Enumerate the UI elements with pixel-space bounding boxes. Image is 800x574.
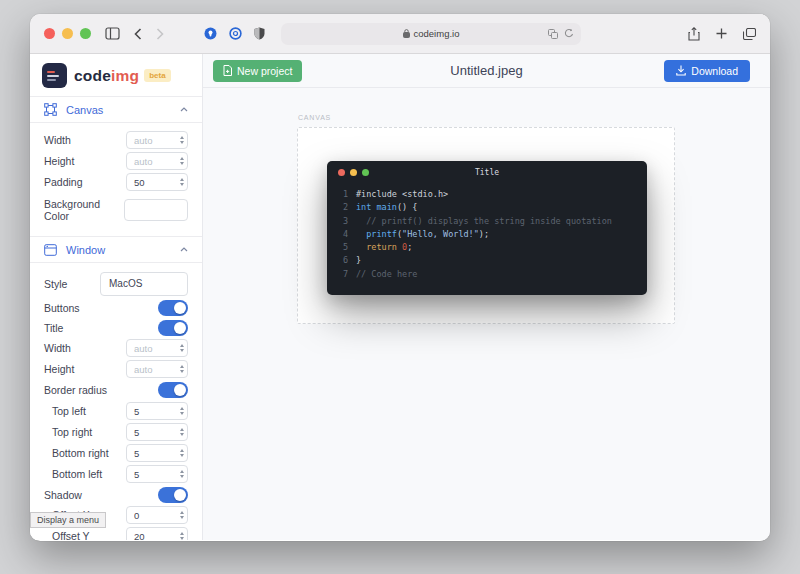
window-width-label: Width <box>44 342 71 354</box>
top-right-input[interactable] <box>126 423 188 441</box>
canvas-padding-row: Padding <box>44 172 188 192</box>
code-window-preview[interactable]: Title 1#include <stdio.h>2int main() {3 … <box>327 161 647 295</box>
top-left-input[interactable] <box>126 402 188 420</box>
canvas-section-body: Width Height Padding <box>30 123 202 236</box>
canvas-width-row: Width <box>44 130 188 150</box>
logo: codeimg beta <box>30 54 202 96</box>
canvas-icon <box>44 103 57 116</box>
canvas-preview-area[interactable]: Title 1#include <stdio.h>2int main() {3 … <box>297 127 675 324</box>
browser-window: codeimg.io <box>30 14 770 541</box>
top-right-label: Top right <box>44 426 92 438</box>
address-bar[interactable]: codeimg.io <box>281 23 581 45</box>
shadow-label: Shadow <box>44 489 82 501</box>
reload-icon[interactable] <box>564 28 574 39</box>
back-icon[interactable] <box>134 28 142 40</box>
sidebar-toggle-icon[interactable] <box>105 27 120 40</box>
translate-icon[interactable] <box>548 29 558 39</box>
shadow-toggle[interactable] <box>158 487 188 503</box>
traffic-lights <box>44 28 91 39</box>
top-right-field <box>126 423 188 441</box>
tab-overview-icon[interactable] <box>743 28 756 40</box>
canvas-background-input[interactable] <box>124 199 188 221</box>
canvas-height-input[interactable] <box>126 152 188 170</box>
canvas-padding-stepper[interactable] <box>180 173 184 191</box>
offset-y-stepper[interactable] <box>180 527 184 540</box>
window-buttons-label: Buttons <box>44 302 80 314</box>
bottom-right-stepper[interactable] <box>180 444 184 462</box>
window-height-input[interactable] <box>126 360 188 378</box>
new-project-button[interactable]: New project <box>213 60 302 82</box>
code-line: 1#include <stdio.h> <box>337 188 635 201</box>
bottom-right-field <box>126 444 188 462</box>
code-lines[interactable]: 1#include <stdio.h>2int main() {3 // pri… <box>327 183 647 281</box>
canvas-width-stepper[interactable] <box>180 131 184 149</box>
window-title-row: Title <box>44 318 188 337</box>
bottom-right-label: Bottom right <box>44 447 109 459</box>
offset-y-row: Offset Y <box>44 526 188 540</box>
bottom-left-stepper[interactable] <box>180 465 184 483</box>
top-right-stepper[interactable] <box>180 423 184 441</box>
canvas-height-stepper[interactable] <box>180 152 184 170</box>
minimize-button[interactable] <box>62 28 73 39</box>
forward-icon[interactable] <box>156 28 164 40</box>
border-radius-toggle[interactable] <box>158 382 188 398</box>
app-header: New project Untitled.jpeg Download <box>203 54 770 88</box>
extension-icon-1[interactable] <box>204 27 217 40</box>
canvas-area-label: CANVAS <box>298 114 331 121</box>
window-style-select[interactable]: MacOS <box>100 272 188 296</box>
bottom-left-label: Bottom left <box>44 468 102 480</box>
title-toggle[interactable] <box>158 320 188 336</box>
bottom-right-row: Bottom right <box>44 443 188 463</box>
extension-icon-3[interactable] <box>254 27 265 40</box>
canvas-background-row: Background Color <box>44 193 188 227</box>
border-radius-row: Border radius <box>44 380 188 400</box>
window-section-header[interactable]: Window <box>30 236 202 263</box>
window-style-field: MacOS <box>100 272 188 296</box>
code-window-title[interactable]: Title <box>327 168 647 177</box>
offset-x-stepper[interactable] <box>180 506 184 524</box>
bottom-left-input[interactable] <box>126 465 188 483</box>
window-height-field <box>126 360 188 378</box>
zoom-button[interactable] <box>80 28 91 39</box>
settings-sidebar: codeimg beta Canvas Width <box>30 54 203 540</box>
offset-x-field <box>126 506 188 524</box>
window-style-row: Style MacOS <box>44 270 188 297</box>
offset-y-input[interactable] <box>126 527 188 540</box>
bottom-left-field <box>126 465 188 483</box>
border-radius-label: Border radius <box>44 384 107 396</box>
canvas-height-label: Height <box>44 155 74 167</box>
toolbar-right-controls <box>688 27 756 41</box>
window-height-row: Height <box>44 359 188 379</box>
close-button[interactable] <box>44 28 55 39</box>
new-tab-icon[interactable] <box>716 28 727 39</box>
canvas-width-input[interactable] <box>126 131 188 149</box>
top-left-stepper[interactable] <box>180 402 184 420</box>
download-button[interactable]: Download <box>664 60 750 82</box>
canvas-section-header[interactable]: Canvas <box>30 96 202 123</box>
window-width-input[interactable] <box>126 339 188 357</box>
canvas-width-label: Width <box>44 134 71 146</box>
download-icon <box>676 65 686 76</box>
code-window-titlebar: Title <box>327 161 647 183</box>
window-width-stepper[interactable] <box>180 339 184 357</box>
extension-icons <box>204 27 265 40</box>
address-url: codeimg.io <box>414 28 460 39</box>
nav-controls <box>105 27 164 40</box>
window-icon <box>44 244 57 256</box>
chevron-up-icon[interactable] <box>180 247 188 252</box>
extension-icon-2[interactable] <box>229 27 242 40</box>
bottom-right-input[interactable] <box>126 444 188 462</box>
share-icon[interactable] <box>688 27 700 41</box>
offset-x-input[interactable] <box>126 506 188 524</box>
app-root: codeimg beta Canvas Width <box>30 54 770 540</box>
browser-toolbar: codeimg.io <box>30 14 770 54</box>
canvas-padding-input[interactable] <box>126 173 188 191</box>
window-width-field <box>126 339 188 357</box>
window-height-stepper[interactable] <box>180 360 184 378</box>
code-line: 2int main() { <box>337 201 635 214</box>
chevron-up-icon[interactable] <box>180 107 188 112</box>
code-line: 5 return 0; <box>337 241 635 254</box>
offset-y-field <box>126 527 188 540</box>
window-section-title: Window <box>66 244 105 256</box>
buttons-toggle[interactable] <box>158 300 188 316</box>
